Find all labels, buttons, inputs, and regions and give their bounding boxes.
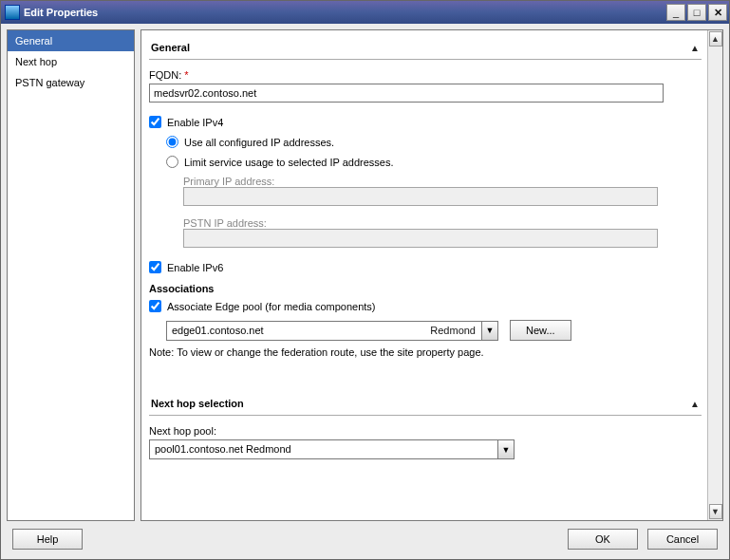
primary-ip-label: Primary IP address: [183,176,702,187]
help-button[interactable]: Help [12,529,83,550]
cancel-button[interactable]: Cancel [647,529,718,550]
enable-ipv6-input[interactable] [149,261,161,273]
pstn-ip-input [183,229,658,248]
app-icon [5,5,20,20]
ipv4-option-limit-row: Limit service usage to selected IP addre… [166,156,702,168]
chevron-down-icon[interactable]: ▼ [497,440,514,458]
fqdn-input[interactable] [149,84,664,103]
sidebar-item-label: PSTN gateway [15,77,84,88]
ipv4-radio-all[interactable]: Use all configured IP addresses. [166,136,334,148]
enable-ipv6-checkbox[interactable]: Enable IPv6 [149,261,223,273]
next-hop-pool-label: Next hop pool: [149,425,702,437]
client-area: General Next hop PSTN gateway General ▲ … [1,24,729,559]
section-title: Next hop selection [151,398,690,409]
fqdn-label: FQDN: * [149,69,702,81]
associate-edge-checkbox[interactable]: Associate Edge pool (for media component… [149,300,376,312]
enable-ipv4-checkbox[interactable]: Enable IPv4 [149,116,223,128]
ok-button[interactable]: OK [568,529,638,550]
ipv4-option-all-row: Use all configured IP addresses. [166,136,702,148]
next-hop-pool-value: pool01.contoso.net Redmond [150,440,497,458]
maximize-button[interactable]: □ [687,4,706,21]
edge-pool-row: edge01.contoso.net Redmond ▼ New... [166,320,702,341]
sidebar-item-general[interactable]: General [8,30,134,51]
federation-note: Note: To view or change the federation r… [149,346,702,358]
close-button[interactable]: ✕ [708,4,727,21]
content: General ▲ FQDN: * Enable IPv4 [141,30,707,520]
sidebar-item-label: Next hop [15,56,57,67]
enable-ipv4-input[interactable] [149,116,161,128]
edge-pool-site: Redmond [424,322,481,340]
scroll-up-button[interactable]: ▲ [709,31,722,47]
title-bar[interactable]: Edit Properties _ □ ✕ [1,1,729,24]
section-header-general[interactable]: General ▲ [149,36,702,60]
minimize-button[interactable]: _ [666,4,685,21]
edge-pool-value: edge01.contoso.net [167,322,424,340]
edge-pool-dropdown[interactable]: edge01.contoso.net Redmond ▼ [166,321,498,341]
ipv4-radio-limit-input[interactable] [166,156,178,168]
sidebar-item-pstn-gateway[interactable]: PSTN gateway [8,72,134,93]
enable-ipv4-row: Enable IPv4 [149,116,702,128]
scroll-down-button[interactable]: ▼ [709,504,722,519]
section-header-next-hop[interactable]: Next hop selection ▲ [149,392,702,416]
required-marker: * [184,69,188,81]
dialog-footer: Help OK Cancel [7,521,723,553]
sidebar-item-label: General [15,35,52,47]
new-edge-pool-button[interactable]: New... [510,320,571,341]
section-title: General [151,42,690,53]
associate-edge-row: Associate Edge pool (for media component… [149,300,702,312]
associations-heading: Associations [149,283,702,294]
ipv4-radio-limit[interactable]: Limit service usage to selected IP addre… [166,156,394,168]
chevron-down-icon[interactable]: ▼ [481,322,497,340]
content-wrap: General ▲ FQDN: * Enable IPv4 [140,29,723,521]
chevron-up-icon: ▲ [690,399,700,409]
window-buttons: _ □ ✕ [666,4,727,21]
enable-ipv6-row: Enable IPv6 [149,261,702,273]
sidebar-item-next-hop[interactable]: Next hop [8,51,134,72]
pstn-ip-label: PSTN IP address: [183,217,702,229]
vertical-scrollbar[interactable]: ▲ ▼ [707,30,722,520]
window-title: Edit Properties [24,7,666,18]
associate-edge-input[interactable] [149,300,161,312]
main-row: General Next hop PSTN gateway General ▲ … [7,29,723,521]
chevron-up-icon: ▲ [690,43,700,53]
sidebar: General Next hop PSTN gateway [7,29,135,521]
primary-ip-input [183,187,658,206]
next-hop-pool-dropdown[interactable]: pool01.contoso.net Redmond ▼ [149,439,515,459]
ipv4-radio-all-input[interactable] [166,136,178,148]
dialog-window: Edit Properties _ □ ✕ General Next hop P… [0,0,730,560]
